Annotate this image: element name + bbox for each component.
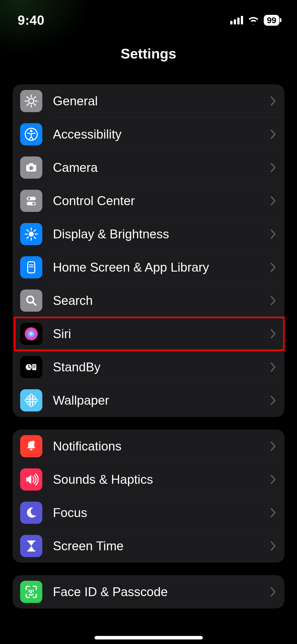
faceid-icon — [20, 581, 42, 603]
svg-point-29 — [31, 264, 32, 266]
status-indicators: 99 — [230, 15, 279, 26]
home-indicator[interactable] — [94, 636, 203, 639]
svg-line-24 — [34, 237, 36, 238]
row-label: StandBy — [53, 360, 270, 374]
svg-point-18 — [29, 232, 34, 237]
bell-icon — [20, 435, 42, 457]
settings-group: NotificationsSounds & HapticsFocusScreen… — [13, 430, 284, 563]
siri-icon — [20, 323, 42, 345]
svg-rect-40 — [33, 366, 36, 367]
svg-point-33 — [32, 266, 34, 268]
svg-line-8 — [27, 104, 28, 105]
magnify-icon — [20, 289, 42, 312]
camera-icon — [20, 156, 42, 179]
svg-line-25 — [34, 230, 36, 231]
svg-point-0 — [29, 99, 34, 104]
standby-icon — [20, 356, 42, 378]
row-homescreen[interactable]: Home Screen & App Library — [13, 251, 284, 284]
settings-list[interactable]: GeneralAccessibilityCameraControl Center… — [0, 84, 297, 608]
row-notifications[interactable]: Notifications — [13, 430, 284, 463]
chevron-right-icon — [270, 129, 277, 140]
chevron-right-icon — [270, 162, 277, 173]
chevron-right-icon — [270, 441, 277, 452]
status-time: 9:40 — [18, 13, 44, 28]
row-search[interactable]: Search — [13, 284, 284, 317]
svg-rect-12 — [29, 163, 33, 166]
sun-icon — [20, 223, 42, 245]
row-display[interactable]: Display & Brightness — [13, 217, 284, 251]
chevron-right-icon — [270, 328, 277, 339]
chevron-right-icon — [270, 229, 277, 240]
svg-point-17 — [32, 202, 35, 205]
row-camera[interactable]: Camera — [13, 151, 284, 184]
accessibility-icon — [20, 123, 42, 145]
svg-line-5 — [27, 97, 28, 98]
svg-point-31 — [29, 266, 30, 268]
row-sounds[interactable]: Sounds & Haptics — [13, 463, 284, 496]
header-region: 9:40 99 Settings — [0, 0, 297, 77]
row-label: Siri — [53, 327, 270, 341]
row-label: Focus — [53, 505, 270, 520]
svg-point-10 — [30, 130, 32, 132]
svg-point-32 — [31, 266, 32, 268]
row-screentime[interactable]: Screen Time — [13, 529, 284, 563]
moon-icon — [20, 502, 42, 524]
svg-rect-38 — [32, 364, 36, 370]
flower-icon — [20, 389, 42, 411]
chevron-right-icon — [270, 262, 277, 273]
row-standby[interactable]: StandBy — [13, 350, 284, 384]
wifi-icon — [248, 16, 259, 24]
row-label: Face ID & Passcode — [53, 585, 270, 599]
row-label: General — [53, 94, 270, 108]
toggles-icon — [20, 190, 42, 212]
row-controlcenter[interactable]: Control Center — [13, 184, 284, 217]
chevron-right-icon — [270, 540, 277, 552]
settings-group: GeneralAccessibilityCameraControl Center… — [13, 84, 284, 417]
svg-line-35 — [33, 302, 36, 305]
row-label: Camera — [53, 160, 270, 175]
row-label: Control Center — [53, 194, 270, 208]
svg-rect-54 — [27, 550, 35, 552]
row-label: Wallpaper — [53, 393, 270, 408]
cellular-signal-icon — [230, 16, 243, 24]
svg-point-15 — [28, 197, 30, 200]
row-label: Accessibility — [53, 127, 270, 142]
svg-line-26 — [27, 237, 28, 238]
row-faceid[interactable]: Face ID & Passcode — [13, 575, 284, 608]
chevron-right-icon — [270, 395, 277, 406]
chevron-right-icon — [270, 507, 277, 518]
row-label: Search — [53, 293, 270, 308]
svg-rect-52 — [30, 449, 32, 450]
hourglass-icon — [20, 535, 42, 557]
svg-line-7 — [34, 97, 36, 98]
row-wallpaper[interactable]: Wallpaper — [13, 384, 284, 417]
svg-rect-41 — [33, 368, 36, 368]
svg-rect-53 — [27, 540, 35, 542]
speaker-icon — [20, 468, 42, 491]
row-focus[interactable]: Focus — [13, 496, 284, 529]
chevron-right-icon — [270, 362, 277, 373]
settings-group: Face ID & Passcode — [13, 575, 284, 608]
row-siri[interactable]: Siri — [13, 317, 284, 350]
gear-icon — [20, 90, 42, 112]
svg-point-51 — [32, 441, 35, 444]
svg-line-23 — [27, 230, 28, 231]
chevron-right-icon — [270, 95, 277, 107]
row-label: Home Screen & App Library — [53, 260, 270, 275]
chevron-right-icon — [270, 295, 277, 306]
chevron-right-icon — [270, 195, 277, 206]
svg-point-36 — [25, 327, 38, 340]
chevron-right-icon — [270, 586, 277, 597]
svg-point-13 — [29, 166, 33, 170]
row-accessibility[interactable]: Accessibility — [13, 118, 284, 151]
chevron-right-icon — [270, 474, 277, 485]
row-label: Sounds & Haptics — [53, 472, 270, 487]
page-title: Settings — [0, 30, 297, 77]
battery-indicator: 99 — [264, 15, 279, 26]
row-label: Notifications — [53, 439, 270, 454]
phonegrid-icon — [20, 256, 42, 278]
status-bar: 9:40 99 — [0, 0, 297, 30]
row-general[interactable]: General — [13, 84, 284, 118]
row-label: Display & Brightness — [53, 227, 270, 241]
svg-rect-39 — [33, 365, 36, 366]
